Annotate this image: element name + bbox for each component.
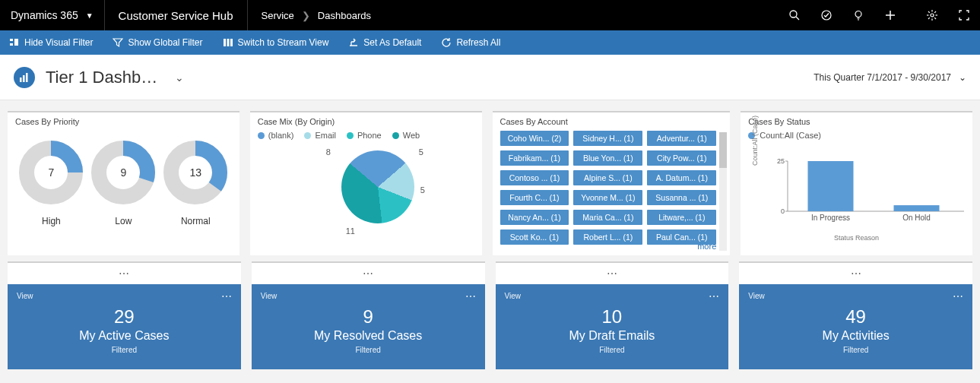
brand-switcher[interactable]: Dynamics 365 ▼ xyxy=(0,0,104,30)
stream-count: 29 xyxy=(17,306,232,328)
breadcrumb-root[interactable]: Service xyxy=(262,10,294,21)
stream-count: 49 xyxy=(748,306,963,328)
streams-row: ⋯View⋯29My Active CasesFiltered⋯View⋯9My… xyxy=(0,261,980,380)
stream-body[interactable]: View⋯10My Draft EmailsFiltered xyxy=(496,284,729,369)
legend-dot xyxy=(258,132,265,139)
stream-card: ⋯View⋯9My Resolved CasesFiltered xyxy=(252,261,485,369)
donut-chart[interactable]: 13 xyxy=(163,140,228,205)
svg-rect-38 xyxy=(808,161,854,211)
show-global-filter-button[interactable]: Show Global Filter xyxy=(109,37,205,48)
lightbulb-icon[interactable] xyxy=(842,9,874,21)
stream-body[interactable]: View⋯9My Resolved CasesFiltered xyxy=(252,284,485,369)
date-range-label: This Quarter 7/1/2017 - 9/30/2017 xyxy=(813,72,951,83)
account-pill[interactable]: A. Datum... (1) xyxy=(647,170,716,185)
switch-stream-view-button[interactable]: Switch to Stream View xyxy=(220,37,332,48)
gear-icon[interactable] xyxy=(916,9,948,21)
app-name-label: Customer Service Hub xyxy=(119,9,233,22)
legend-item[interactable]: Web xyxy=(392,131,420,140)
svg-line-15 xyxy=(928,17,930,19)
stream-body[interactable]: View⋯29My Active CasesFiltered xyxy=(8,284,241,369)
donut-center-value: 7 xyxy=(18,140,84,205)
account-pill[interactable]: Blue Yon... (1) xyxy=(573,150,642,166)
breadcrumb-leaf[interactable]: Dashboards xyxy=(318,10,371,21)
dashboard-icon xyxy=(14,67,35,88)
pie-value-phone: 5 xyxy=(420,185,425,195)
stream-header-more[interactable]: ⋯ xyxy=(496,263,729,284)
donut-category-label: High xyxy=(42,216,61,226)
task-icon[interactable] xyxy=(810,9,842,21)
account-pill[interactable]: Coho Win... (2) xyxy=(500,131,569,146)
account-pill[interactable]: Alpine S... (1) xyxy=(573,170,642,185)
account-pill[interactable]: Susanna ... (1) xyxy=(647,190,716,205)
account-pill[interactable]: Adventur... (1) xyxy=(647,131,716,146)
account-pill[interactable]: Sidney H... (1) xyxy=(573,131,642,146)
account-pill[interactable]: Scott Ko... (1) xyxy=(500,229,569,245)
account-pill[interactable]: Litware,... (1) xyxy=(647,210,716,225)
stream-view-label: View xyxy=(17,292,232,300)
stream-header-more[interactable]: ⋯ xyxy=(252,263,485,284)
stream-body-more[interactable]: ⋯ xyxy=(465,290,476,302)
stream-filtered-label: Filtered xyxy=(748,346,963,354)
donut-category-label: Normal xyxy=(181,216,211,226)
more-link[interactable]: more xyxy=(697,242,716,251)
donut-chart[interactable]: 7 xyxy=(18,140,84,205)
svg-line-14 xyxy=(934,17,936,19)
chevron-down-icon[interactable]: ⌄ xyxy=(175,71,184,84)
stream-header-more[interactable]: ⋯ xyxy=(739,263,972,284)
fullscreen-icon[interactable] xyxy=(948,9,980,21)
account-pill[interactable]: Yvonne M... (1) xyxy=(573,190,642,205)
set-as-default-button[interactable]: Set As Default xyxy=(345,37,424,48)
pie-value-blank: 8 xyxy=(326,147,331,157)
refresh-all-button[interactable]: Refresh All xyxy=(438,37,503,48)
account-pill[interactable]: Fabrikam... (1) xyxy=(500,150,569,166)
account-pill[interactable]: Fourth C... (1) xyxy=(500,190,569,205)
stream-filtered-label: Filtered xyxy=(17,346,232,354)
stream-card: ⋯View⋯29My Active CasesFiltered xyxy=(8,261,241,369)
stream-body-more[interactable]: ⋯ xyxy=(709,290,719,302)
stream-body-more[interactable]: ⋯ xyxy=(953,290,963,302)
pie-value-web: 11 xyxy=(346,226,355,236)
donut-chart[interactable]: 9 xyxy=(90,140,156,205)
visual-filter-row: Cases By Priority 7High9Low13Normal Case… xyxy=(0,100,980,261)
svg-rect-25 xyxy=(26,73,28,82)
legend-item[interactable]: (blank) xyxy=(258,131,294,140)
hide-visual-filter-button[interactable]: Hide Visual Filter xyxy=(6,37,96,48)
date-range-picker[interactable]: This Quarter 7/1/2017 - 9/30/2017 ⌄ xyxy=(813,72,966,83)
cmd-label: Set As Default xyxy=(363,37,421,48)
stream-card: ⋯View⋯10My Draft EmailsFiltered xyxy=(496,261,729,369)
add-icon[interactable] xyxy=(874,9,906,21)
app-name[interactable]: Customer Service Hub xyxy=(104,0,248,30)
legend-item[interactable]: Email xyxy=(304,131,336,140)
pie-chart[interactable]: 8 5 5 11 xyxy=(258,143,474,249)
search-icon[interactable] xyxy=(779,9,810,21)
stream-header-more[interactable]: ⋯ xyxy=(8,263,241,284)
legend-label: (blank) xyxy=(268,131,294,140)
stream-name: My Resolved Cases xyxy=(261,329,476,343)
svg-rect-20 xyxy=(224,39,226,46)
legend-dot xyxy=(304,132,311,139)
account-pill[interactable]: Contoso ... (1) xyxy=(500,170,569,185)
svg-rect-21 xyxy=(227,39,229,46)
svg-text:25: 25 xyxy=(777,157,785,165)
panel-title: Cases By Account xyxy=(500,117,717,126)
legend-label: Count:All (Case) xyxy=(760,131,821,140)
svg-rect-22 xyxy=(230,39,233,46)
legend-item[interactable]: Phone xyxy=(347,131,382,140)
svg-text:On Hold: On Hold xyxy=(902,214,931,222)
stream-body[interactable]: View⋯49My ActivitiesFiltered xyxy=(739,284,972,369)
account-pill[interactable]: Nancy An... (1) xyxy=(500,210,569,225)
stream-view-label: View xyxy=(748,292,963,300)
account-pill[interactable]: Robert L... (1) xyxy=(573,229,642,245)
x-axis-label: Status Reason xyxy=(748,234,965,242)
stream-card: ⋯View⋯49My ActivitiesFiltered xyxy=(739,261,972,369)
breadcrumb[interactable]: Service ❯ Dashboards xyxy=(248,0,385,30)
account-pill[interactable]: City Pow... (1) xyxy=(647,150,716,166)
account-pill[interactable]: Maria Ca... (1) xyxy=(573,210,642,225)
panel-cases-by-status: Cases By Status Count:All (Case) Count:A… xyxy=(741,111,972,255)
stream-count: 10 xyxy=(505,306,720,328)
panel-title: Cases By Status xyxy=(748,117,965,126)
bar-chart[interactable]: Count:All (Case) 025In ProgressOn Hold xyxy=(769,143,965,234)
stream-body-more[interactable]: ⋯ xyxy=(221,290,232,302)
svg-rect-17 xyxy=(10,39,13,41)
chevron-right-icon: ❯ xyxy=(302,10,310,21)
